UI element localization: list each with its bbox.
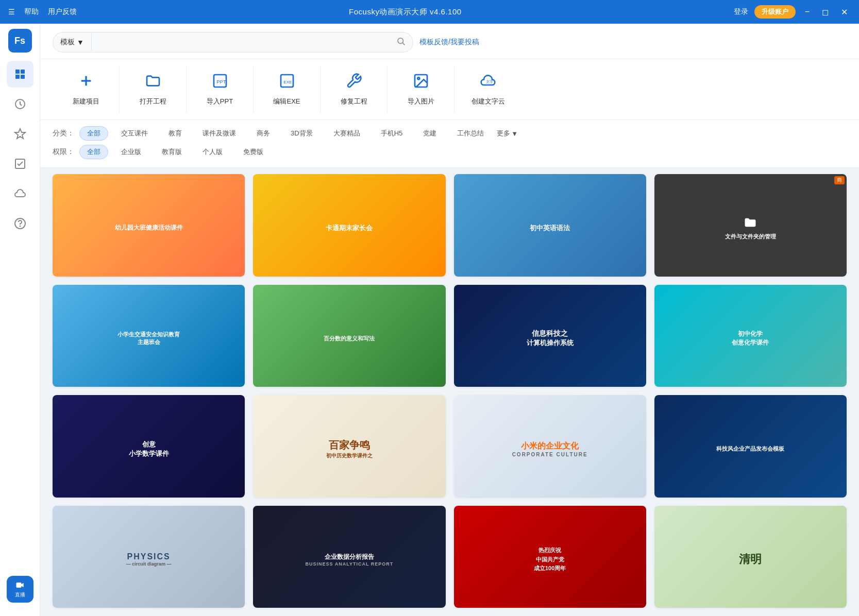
permission-free[interactable]: 免费版 xyxy=(235,145,271,159)
chevron-down-icon: ▼ xyxy=(511,130,518,138)
template-grid: 幼儿园大班健康活动课件 幼儿园大班健康活动课件 卡通期末家长会 卡通期末家长会模… xyxy=(40,168,859,616)
template-thumbnail: 小米的企业文化 CORPORATE CULTURE xyxy=(454,395,646,498)
template-card[interactable]: 初中英语语法 初中英语语法专项——宾语从句 xyxy=(454,174,646,277)
ppt-icon: PPT xyxy=(212,73,228,93)
search-button[interactable] xyxy=(389,32,413,52)
search-icon xyxy=(396,37,406,46)
tasks-icon xyxy=(14,158,26,170)
action-new-project[interactable]: 新建项目 xyxy=(53,65,120,113)
action-edit-exe-label: 编辑EXE xyxy=(273,97,300,106)
search-type-label: 模板 xyxy=(60,38,75,47)
filter-all[interactable]: 全部 xyxy=(79,126,108,141)
template-card[interactable]: 百分数的意义和写法 百分数的意义和写法 xyxy=(253,285,445,387)
template-card[interactable]: 幼儿园大班健康活动课件 幼儿园大班健康活动课件 xyxy=(53,174,245,277)
camera-icon xyxy=(15,580,25,590)
template-card[interactable]: 热烈庆祝中国共产党成立100周年 热烈庆祝中国共产党成立100周年 xyxy=(454,506,646,608)
action-import-ppt[interactable]: PPT 导入PPT xyxy=(187,65,254,113)
template-thumbnail: 百分数的意义和写法 xyxy=(253,285,445,387)
help-menu[interactable]: 帮助 xyxy=(24,7,39,16)
svg-rect-3 xyxy=(21,75,25,79)
menu-icon[interactable]: ☰ xyxy=(8,8,15,16)
svg-text:文字: 文字 xyxy=(486,80,493,83)
sidebar-item-cloud[interactable] xyxy=(7,180,33,207)
sidebar-bottom: 直播 xyxy=(7,576,33,611)
filter-competition[interactable]: 大赛精品 xyxy=(326,126,368,141)
login-button[interactable]: 登录 xyxy=(734,7,748,16)
action-create-wordcloud[interactable]: 文字 创建文字云 xyxy=(454,65,521,113)
upgrade-button[interactable]: 升级账户 xyxy=(754,5,796,19)
template-thumbnail: 初中化学创意化学课件 xyxy=(654,285,847,387)
search-bar: 模板 ▼ 模板反馈/我要投稿 xyxy=(40,24,859,59)
filter-courseware[interactable]: 课件及微课 xyxy=(195,126,244,141)
filter-summary[interactable]: 工作总结 xyxy=(449,126,492,141)
action-import-image[interactable]: 导入图片 xyxy=(388,65,454,113)
action-new-project-label: 新建项目 xyxy=(73,97,99,106)
action-open-project-label: 打开工程 xyxy=(140,97,166,106)
sidebar-item-tasks[interactable] xyxy=(7,150,33,177)
sidebar-item-starred[interactable] xyxy=(7,121,33,147)
template-card[interactable]: 卡通期末家长会 卡通期末家长会模板 xyxy=(253,174,445,277)
permission-education[interactable]: 教育版 xyxy=(154,145,190,159)
star-icon xyxy=(14,128,26,140)
app-title: Focusky动画演示大师 v4.6.100 xyxy=(349,7,462,17)
template-card[interactable]: 百家争鸣 初中历史数学课件之 初中历史课件之百家争鸣 xyxy=(253,395,445,498)
action-import-ppt-label: 导入PPT xyxy=(207,97,233,106)
image-icon xyxy=(413,73,429,93)
svg-line-10 xyxy=(402,43,405,45)
close-button[interactable]: ✕ xyxy=(838,6,851,18)
maximize-button[interactable]: ◻ xyxy=(819,6,832,18)
filter-3d[interactable]: 3D背景 xyxy=(283,126,321,141)
template-card[interactable]: 文件与文件夹的管理 商 文件与文件夹的管理 xyxy=(654,174,847,277)
svg-rect-2 xyxy=(15,75,20,79)
live-button[interactable]: 直播 xyxy=(7,576,33,603)
quick-actions: 新建项目 打开工程 PPT 导入PPT xyxy=(40,59,859,120)
permission-filter-row: 权限： 全部 企业版 教育版 个人版 免费版 xyxy=(53,145,847,159)
template-card[interactable]: 企业数据分析报告 BUSINESS ANALYTICAL REPORT 企业数据… xyxy=(253,506,445,608)
plus-icon xyxy=(78,73,94,93)
filter-interactive[interactable]: 交互课件 xyxy=(113,126,156,141)
wrench-icon xyxy=(346,73,362,93)
filter-mobileh5[interactable]: 手机H5 xyxy=(373,126,411,141)
filter-party[interactable]: 党建 xyxy=(415,126,444,141)
template-card[interactable]: 清明 清明 xyxy=(654,506,847,608)
action-edit-exe[interactable]: EXE 编辑EXE xyxy=(254,65,321,113)
action-open-project[interactable]: 打开工程 xyxy=(120,65,187,113)
template-card[interactable]: 信息科技之 计算机操作系统 信息技术之计算机操作系统 xyxy=(454,285,646,387)
action-create-wordcloud-label: 创建文字云 xyxy=(471,97,505,106)
feedback-menu[interactable]: 用户反馈 xyxy=(48,7,77,16)
filter-education[interactable]: 教育 xyxy=(161,126,190,141)
search-input[interactable] xyxy=(92,34,389,50)
exe-icon: EXE xyxy=(279,73,295,93)
template-card[interactable]: 小学生交通安全知识教育主题班会 交通安全知识教育主题班会 xyxy=(53,285,245,387)
template-thumbnail: 初中英语语法 xyxy=(454,174,646,277)
svg-point-9 xyxy=(398,38,403,44)
template-card[interactable]: PHYSICS — circuit diagram — physics xyxy=(53,506,245,608)
minimize-button[interactable]: − xyxy=(802,6,813,18)
template-card[interactable]: 创意小学数学课件 创意小学数学课件 xyxy=(53,395,245,498)
home-icon xyxy=(14,68,26,80)
app-logo: Fs xyxy=(8,29,32,53)
feedback-link[interactable]: 模板反馈/我要投稿 xyxy=(419,38,479,47)
action-repair-project-label: 修复工程 xyxy=(341,97,367,106)
action-import-image-label: 导入图片 xyxy=(408,97,434,106)
clock-icon xyxy=(14,98,26,110)
sidebar-item-help[interactable] xyxy=(7,210,33,237)
search-type-dropdown[interactable]: 模板 ▼ xyxy=(53,33,92,51)
action-repair-project[interactable]: 修复工程 xyxy=(321,65,388,113)
template-thumbnail: 小学生交通安全知识教育主题班会 xyxy=(53,285,245,387)
permission-enterprise[interactable]: 企业版 xyxy=(113,145,149,159)
more-categories-button[interactable]: 更多 ▼ xyxy=(497,129,518,138)
filter-business[interactable]: 商务 xyxy=(249,126,278,141)
permission-personal[interactable]: 个人版 xyxy=(195,145,230,159)
template-card[interactable]: 科技风企业产品发布会模板 科技风企业产品发布会模板 xyxy=(654,395,847,498)
template-card[interactable]: 小米的企业文化 CORPORATE CULTURE 小米的企业文化 xyxy=(454,395,646,498)
sidebar-item-home[interactable] xyxy=(7,61,33,88)
titlebar: ☰ 帮助 用户反馈 Focusky动画演示大师 v4.6.100 登录 升级账户… xyxy=(0,0,859,24)
sidebar-item-recent[interactable] xyxy=(7,91,33,117)
svg-point-8 xyxy=(20,226,20,227)
template-card[interactable]: 初中化学创意化学课件 初中创意化学课件 xyxy=(654,285,847,387)
permission-all[interactable]: 全部 xyxy=(79,145,108,159)
commercial-badge: 商 xyxy=(834,176,845,184)
template-thumbnail: 卡通期末家长会 xyxy=(253,174,445,277)
cloud-icon xyxy=(14,187,26,200)
